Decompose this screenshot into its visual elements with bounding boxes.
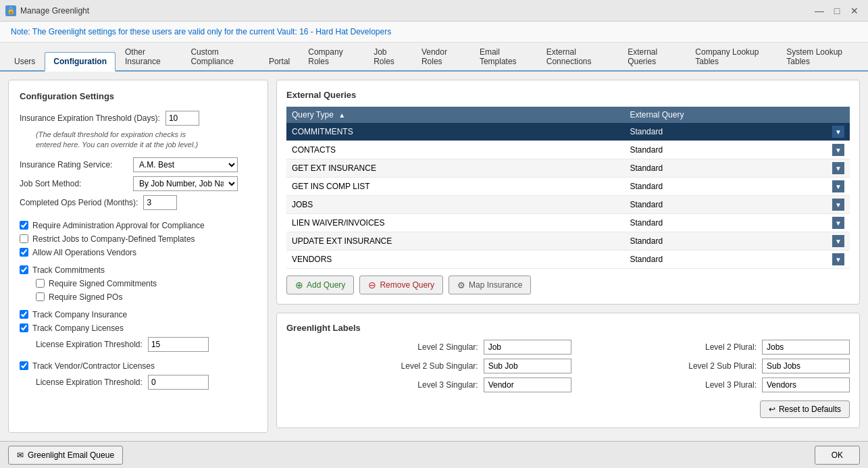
vendor-license-exp-row: License Expiration Threshold: (36, 375, 257, 390)
insurance-rating-row: Insurance Rating Service: A.M. Best None… (20, 157, 257, 172)
checkbox-restrict-jobs: Restrict Jobs to Company-Defined Templat… (20, 234, 257, 244)
level3-singular-label: Level 3 Singular: (286, 380, 481, 390)
query-type-cell: VENDORS (286, 251, 624, 269)
dropdown-cell: Standard ▼ (630, 217, 844, 229)
insurance-expiration-input[interactable] (165, 111, 199, 126)
query-type-cell: GET INS COMP LIST (286, 178, 624, 196)
external-query-cell: Standard ▼ (624, 123, 850, 141)
track-commitments-checkbox[interactable] (20, 265, 28, 274)
level2-sub-plural-label: Level 2 Sub Plural: (574, 361, 759, 371)
insurance-expiration-note: (The default threshold for expiration ch… (36, 130, 257, 151)
tab-portal[interactable]: Portal (260, 52, 299, 70)
table-row[interactable]: GET EXT INSURANCE Standard ▼ (286, 159, 850, 178)
tab-external-connections[interactable]: External Connections (538, 43, 618, 70)
remove-query-button[interactable]: ⊖ Remove Query (359, 276, 443, 294)
table-row[interactable]: JOBS Standard ▼ (286, 196, 850, 214)
checkbox-track-vendor: Track Vendor/Contractor Licenses (20, 361, 257, 371)
maximize-button[interactable]: □ (829, 4, 845, 18)
tab-custom-compliance[interactable]: Custom Compliance (182, 43, 259, 70)
checkbox-require-admin: Require Administration Approval for Comp… (20, 221, 257, 230)
dropdown-arrow-icon[interactable]: ▼ (832, 235, 844, 247)
dropdown-cell: Standard ▼ (630, 144, 844, 156)
config-panel: Configuration Settings Insurance Expirat… (8, 80, 268, 433)
insurance-expiration-label: Insurance Expiration Threshold (Days): (20, 113, 160, 123)
restrict-jobs-checkbox[interactable] (20, 234, 28, 243)
labels-grid: Level 2 Singular: Level 2 Plural: Level … (286, 340, 850, 392)
tab-company-lookup-tables[interactable]: Company Lookup Tables (686, 43, 777, 70)
reset-btn-row: ↩ Reset to Defaults (286, 400, 850, 418)
track-company-licenses-label: Track Company Licenses (32, 323, 124, 333)
level2-sub-singular-label: Level 2 Sub Singular: (286, 361, 481, 371)
minimize-button[interactable]: — (811, 4, 827, 18)
bottom-bar: ✉ Greenlight Email Queue OK (0, 441, 868, 468)
query-type-cell: GET EXT INSURANCE (286, 159, 624, 178)
dropdown-arrow-icon[interactable]: ▼ (832, 126, 844, 138)
require-signed-commitments-label: Require Signed Commitments (49, 279, 157, 288)
dropdown-arrow-icon[interactable]: ▼ (832, 217, 844, 229)
dropdown-arrow-icon[interactable]: ▼ (832, 199, 844, 211)
tab-bar: Users Configuration Other Insurance Cust… (0, 43, 868, 72)
require-admin-checkbox[interactable] (20, 221, 28, 230)
table-row[interactable]: UPDATE EXT INSURANCE Standard ▼ (286, 232, 850, 251)
query-buttons: ⊕ Add Query ⊖ Remove Query ⚙ Map Insuran… (286, 276, 850, 294)
track-company-licenses-checkbox[interactable] (20, 323, 28, 332)
level2-singular-input[interactable] (484, 340, 571, 355)
require-signed-pos-checkbox[interactable] (36, 292, 45, 301)
external-query-cell: Standard ▼ (624, 178, 850, 196)
dropdown-cell: Standard ▼ (630, 199, 844, 211)
reset-to-defaults-button[interactable]: ↩ Reset to Defaults (760, 400, 850, 418)
ok-button[interactable]: OK (815, 446, 860, 465)
level3-plural-input[interactable] (762, 378, 850, 392)
tab-system-lookup-tables[interactable]: System Lookup Tables (777, 43, 862, 70)
completed-ops-input[interactable] (143, 195, 177, 210)
table-row[interactable]: COMMITMENTS Standard ▼ (286, 123, 850, 141)
table-row[interactable]: VENDORS Standard ▼ (286, 251, 850, 269)
dropdown-arrow-icon[interactable]: ▼ (832, 162, 844, 174)
insurance-rating-label: Insurance Rating Service: (20, 160, 128, 170)
dropdown-arrow-icon[interactable]: ▼ (832, 253, 844, 265)
insurance-rating-select[interactable]: A.M. Best None Demotech (133, 157, 238, 172)
level2-singular-label: Level 2 Singular: (286, 342, 481, 352)
require-signed-commitments-checkbox[interactable] (36, 279, 45, 288)
job-sort-select[interactable]: By Job Number, Job Name By Job Name By J… (133, 176, 238, 191)
title-bar-left: 🔒 Manage Greenlight (5, 5, 89, 16)
track-vendor-checkbox[interactable] (20, 361, 28, 370)
table-row[interactable]: GET INS COMP LIST Standard ▼ (286, 178, 850, 196)
external-queries-section: External Queries Query Type ▲ External Q… (276, 80, 860, 305)
checkbox-track-company-licenses: Track Company Licenses (20, 323, 257, 333)
app-icon: 🔒 (5, 5, 16, 16)
checkbox-allow-ops: Allow All Operations Vendors (20, 248, 257, 257)
vendor-license-exp-input[interactable] (148, 375, 209, 390)
allow-ops-checkbox[interactable] (20, 248, 28, 257)
level2-sub-singular-input[interactable] (484, 359, 571, 373)
dropdown-arrow-icon[interactable]: ▼ (832, 180, 844, 192)
title-bar-controls: — □ ✕ (811, 4, 863, 18)
table-row[interactable]: CONTACTS Standard ▼ (286, 141, 850, 159)
track-company-insurance-checkbox[interactable] (20, 310, 28, 319)
email-queue-button[interactable]: ✉ Greenlight Email Queue (8, 446, 123, 465)
level3-singular-input[interactable] (484, 378, 571, 392)
external-query-cell: Standard ▼ (624, 159, 850, 178)
external-query-cell: Standard ▼ (624, 141, 850, 159)
level2-plural-input[interactable] (762, 340, 850, 355)
tab-external-queries[interactable]: External Queries (619, 43, 686, 70)
tab-configuration[interactable]: Configuration (45, 52, 116, 72)
table-row[interactable]: LIEN WAIVER/INVOICES Standard ▼ (286, 214, 850, 232)
map-insurance-button[interactable]: ⚙ Map Insurance (449, 276, 531, 294)
tab-users[interactable]: Users (5, 52, 44, 70)
job-sort-row: Job Sort Method: By Job Number, Job Name… (20, 176, 257, 191)
checkbox-track-company-insurance: Track Company Insurance (20, 310, 257, 319)
tab-vendor-roles[interactable]: Vendor Roles (413, 43, 470, 70)
level2-sub-plural-input[interactable] (762, 359, 850, 373)
tab-company-roles[interactable]: Company Roles (299, 43, 364, 70)
dropdown-arrow-icon[interactable]: ▼ (832, 144, 844, 156)
completed-ops-row: Completed Ops Period (Months): (20, 195, 257, 210)
tab-email-templates[interactable]: Email Templates (471, 43, 537, 70)
close-button[interactable]: ✕ (846, 4, 863, 18)
gear-icon: ⚙ (457, 280, 465, 290)
track-company-insurance-label: Track Company Insurance (32, 310, 127, 319)
license-exp-input[interactable] (148, 337, 209, 352)
add-query-button[interactable]: ⊕ Add Query (286, 276, 354, 294)
tab-job-roles[interactable]: Job Roles (365, 43, 412, 70)
tab-other-insurance[interactable]: Other Insurance (116, 43, 181, 70)
